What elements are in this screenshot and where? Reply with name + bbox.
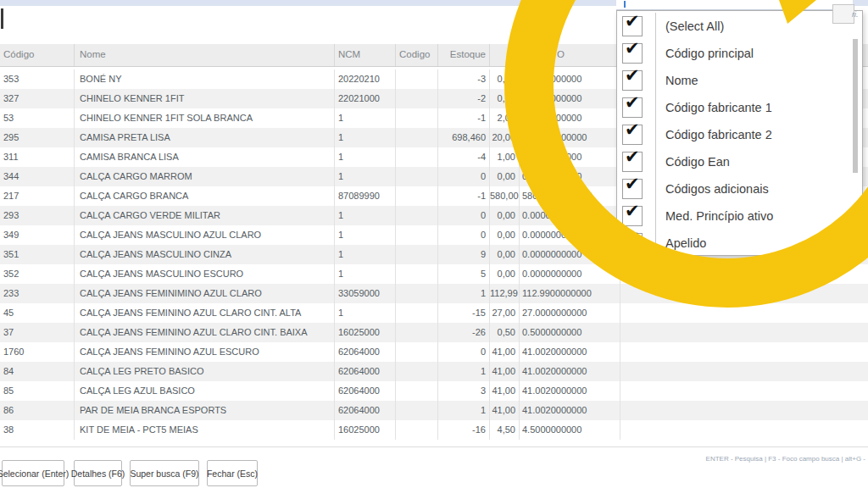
column-header-codigo[interactable]: Código [0, 44, 75, 66]
checkbox[interactable]: ✔ [622, 179, 643, 199]
column-option[interactable]: ✔ Nome [617, 67, 850, 94]
cell-preco-full: 580.0000000000 [520, 186, 620, 206]
cell-codigo2 [396, 420, 438, 440]
cell-preco-full: 27.0000000000 [520, 303, 620, 323]
column-option[interactable]: ✔ Código Ean [617, 148, 850, 175]
cell-codigo: 85 [0, 381, 75, 401]
column-header-codigo2[interactable]: Codigo [396, 44, 438, 66]
cell-codigo2 [396, 362, 438, 381]
cell-preco-full: 0.5000000000 [520, 323, 620, 342]
cell-preco-full: 0.0000000000 [520, 89, 620, 108]
scrollbar-thumb[interactable] [853, 39, 858, 173]
checkbox[interactable]: ✔ [622, 16, 643, 36]
cell-preco: 41,00 [490, 401, 520, 420]
cell-nome: CALÇA LEG PRETO BASICO [75, 362, 335, 381]
cell-ncm: 1 [335, 147, 396, 167]
cell-preco: 41,00 [490, 362, 520, 381]
column-option-label: Códigos adicionais [665, 182, 769, 196]
fechar-button[interactable]: Fechar (Esc) [207, 460, 258, 486]
table-row[interactable]: 352 CALÇA JEANS MASCULINO ESCURO 1 5 0,0… [0, 264, 868, 284]
cell-preco: 27,00 [490, 303, 520, 323]
cell-nome: CALÇA JEANS FEMININO AZUL CLARO CINT. BA… [75, 323, 335, 342]
selecionar-button[interactable]: Selecionar (Enter) [2, 460, 64, 486]
cell-preco-full: 41.0020000000 [520, 362, 620, 381]
cell-preco: 0,00 [490, 264, 520, 284]
cell-ncm: 1 [335, 128, 396, 147]
column-option[interactable]: ✔ Código fabricante 2 [617, 121, 850, 148]
table-row[interactable]: 37 CALÇA JEANS FEMININO AZUL CLARO CINT.… [0, 323, 868, 342]
cell-preco: 41,00 [490, 342, 520, 362]
cell-estoque: -15 [438, 303, 490, 323]
checkbox[interactable]: ✔ [622, 233, 643, 253]
filter-search-input[interactable] [616, 0, 853, 10]
table-row[interactable]: 38 KIT DE MEIA - PCT5 MEIAS 16025000 -16… [0, 420, 868, 440]
table-row[interactable]: 86 PAR DE MEIA BRANCA ESPORTS 62064000 1… [0, 401, 868, 420]
cell-estoque: -16 [438, 420, 490, 440]
checkbox[interactable]: ✔ [622, 152, 643, 172]
checkbox-cell: ✔ [617, 175, 656, 202]
cell-preco: 0,00 [490, 89, 520, 108]
cell-estoque: 1 [438, 284, 490, 303]
cell-preco-full: 1.0000000000 [520, 147, 620, 167]
cell-ncm: 1 [335, 303, 396, 323]
checkbox[interactable]: ✔ [622, 43, 643, 64]
detalhes-button[interactable]: Detalhes (F6) [74, 460, 122, 486]
column-header-estoque[interactable]: Estoque [438, 44, 490, 66]
cell-codigo2 [396, 167, 438, 186]
cell-codigo2 [396, 69, 438, 89]
table-row[interactable]: 1760 CALÇA JEANS FEMININO AZUL ESCURO 62… [0, 342, 868, 362]
checkbox-cell: ✔ [617, 40, 656, 67]
table-row[interactable]: 84 CALÇA LEG PRETO BASICO 62064000 1 41,… [0, 362, 868, 381]
column-option[interactable]: ✔ Med. Princípio ativo [617, 202, 850, 230]
column-header-ncm[interactable]: NCM [335, 44, 396, 66]
checkbox[interactable]: ✔ [622, 125, 643, 145]
checkbox[interactable]: ✔ [622, 70, 643, 91]
checkmark-icon: ✔ [625, 229, 640, 247]
cell-preco-full: 0.0000000000 [520, 167, 620, 186]
cell-ncm: 62064000 [335, 401, 396, 420]
checkbox[interactable]: ✔ [622, 206, 643, 226]
cell-preco: 0,00 [490, 206, 520, 225]
cell-filler [620, 362, 868, 381]
cell-preco-full: 0.0000000000 [520, 69, 620, 89]
cell-codigo2 [396, 186, 438, 206]
cell-preco: 4,50 [490, 420, 520, 440]
cell-estoque: 0 [438, 167, 490, 186]
cell-codigo: 295 [0, 128, 75, 147]
cell-preco: 1,00 [490, 147, 520, 167]
checkbox[interactable]: ✔ [622, 97, 643, 118]
column-option[interactable]: ✔ Apelido [617, 230, 850, 257]
column-option[interactable]: ✔ Códigos adicionais [617, 175, 850, 202]
cell-codigo: 37 [0, 323, 75, 342]
column-header-nome[interactable]: Nome [75, 44, 335, 66]
clipped-text-fragment: ri. [852, 10, 859, 19]
cell-preco-full: 0.0000000000 [520, 206, 620, 225]
cell-ncm: 16025000 [335, 420, 396, 440]
cell-nome: CALÇA CARGO VERDE MILITAR [75, 206, 335, 225]
super-busca-button[interactable]: Super busca (F9) [130, 460, 199, 486]
cell-preco-full: 112.9900000000 [520, 284, 620, 303]
cell-codigo2 [396, 401, 438, 420]
cell-ncm: 1 [335, 108, 396, 128]
cell-nome: CALÇA JEANS FEMINIMINO AZUL CLARO [75, 284, 335, 303]
table-row[interactable]: 85 CALÇA LEG AZUL BASICO 62064000 3 41,0… [0, 381, 868, 401]
column-option[interactable]: ✔ Código principal [617, 40, 850, 67]
column-option[interactable]: ✔ (Select All) [617, 13, 850, 40]
cell-nome: CAMISA BRANCA LISA [75, 147, 335, 167]
cell-nome: CALÇA LEG AZUL BASICO [75, 381, 335, 401]
cell-estoque: 1 [438, 362, 490, 381]
cell-codigo: 84 [0, 362, 75, 381]
cell-estoque: -3 [438, 69, 490, 89]
column-option[interactable]: ✔ Código fabricante 1 [617, 94, 850, 121]
cell-estoque: -26 [438, 323, 490, 342]
cell-codigo2 [396, 303, 438, 323]
column-header-preco-full[interactable]: O [520, 44, 620, 66]
checkbox-cell: ✔ [617, 121, 656, 148]
table-row[interactable]: 45 CALÇA JEANS FEMININO AZUL CLARO CINT.… [0, 303, 868, 323]
checkbox-cell: ✔ [617, 202, 656, 230]
cell-nome: BONÉ NY [75, 69, 335, 89]
table-row[interactable]: 233 CALÇA JEANS FEMINIMINO AZUL CLARO 33… [0, 284, 868, 303]
text-caret [1, 8, 3, 29]
column-header-preco[interactable] [490, 44, 520, 66]
cell-nome: CALÇA JEANS MASCULINO AZUL CLARO [75, 225, 335, 245]
